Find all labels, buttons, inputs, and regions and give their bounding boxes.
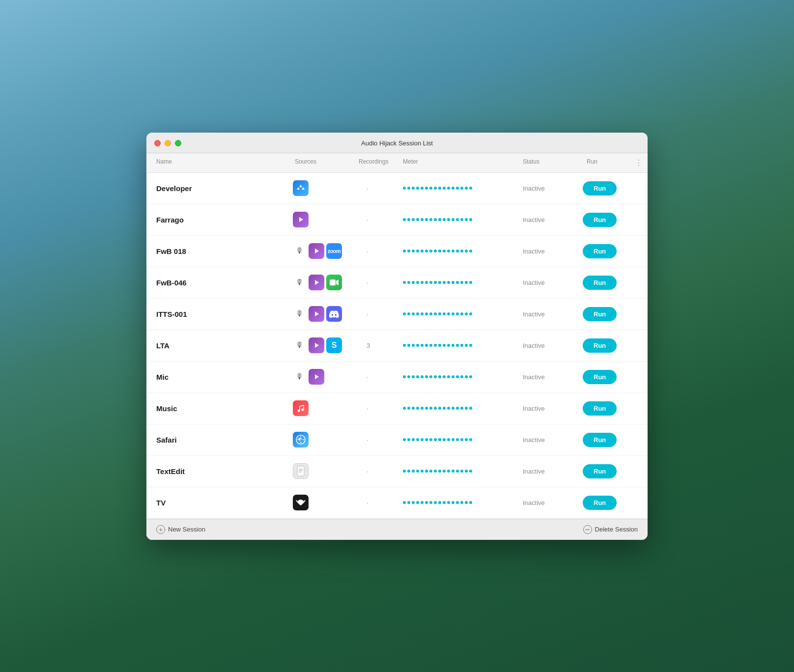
meter-dot bbox=[465, 501, 468, 504]
svg-rect-17 bbox=[297, 466, 304, 476]
session-sources: 🎙 bbox=[289, 275, 353, 290]
plus-icon: + bbox=[156, 525, 165, 534]
meter-dot bbox=[443, 281, 446, 284]
meter-dot bbox=[465, 344, 468, 347]
meter-dot bbox=[416, 187, 419, 190]
meter-dot bbox=[443, 312, 446, 315]
meter-dot bbox=[434, 281, 437, 284]
run-button[interactable]: Run bbox=[583, 370, 617, 384]
mic-icon: 🎙 bbox=[293, 244, 307, 258]
meter-dot bbox=[421, 187, 424, 190]
meter-dot bbox=[460, 187, 463, 190]
run-button[interactable]: Run bbox=[583, 496, 617, 510]
meter-dot bbox=[434, 187, 437, 190]
meter-dot bbox=[443, 407, 446, 410]
session-name: TextEdit bbox=[146, 467, 289, 476]
meter-dot bbox=[425, 470, 428, 473]
maximize-button[interactable] bbox=[175, 140, 181, 146]
meter-dots bbox=[397, 187, 517, 190]
run-button[interactable]: Run bbox=[583, 181, 617, 196]
meter-dot bbox=[425, 281, 428, 284]
meter-dot bbox=[465, 375, 468, 378]
run-button[interactable]: Run bbox=[583, 244, 617, 258]
recordings-count: · bbox=[353, 279, 397, 286]
meter-dot bbox=[412, 438, 415, 441]
meter-dot bbox=[469, 438, 472, 441]
meter-dot bbox=[447, 312, 450, 315]
run-cell: Run bbox=[581, 433, 630, 447]
meter-dot bbox=[465, 470, 468, 473]
meter-dot bbox=[412, 281, 415, 284]
meter-dot bbox=[412, 407, 415, 410]
meter-dot bbox=[456, 438, 459, 441]
session-name: Developer bbox=[146, 184, 289, 193]
meter-dot bbox=[452, 407, 454, 410]
meter-dot bbox=[469, 281, 472, 284]
meter-dot bbox=[469, 407, 472, 410]
meter-dot bbox=[407, 218, 410, 221]
discord-icon bbox=[326, 306, 342, 322]
status-badge: Inactive bbox=[517, 216, 581, 224]
table-row: FwB-046 🎙 · Inactive Run bbox=[146, 267, 648, 299]
svg-marker-0 bbox=[299, 217, 303, 222]
run-button[interactable]: Run bbox=[583, 338, 617, 353]
col-sources: Sources bbox=[289, 156, 353, 169]
minimize-button[interactable] bbox=[165, 140, 171, 146]
meter-dot bbox=[452, 250, 454, 252]
run-cell: Run bbox=[581, 401, 630, 416]
delete-session-button[interactable]: − Delete Session bbox=[583, 525, 638, 534]
session-name: LTA bbox=[146, 341, 289, 350]
textedit-icon bbox=[293, 463, 309, 479]
meter-dot bbox=[429, 375, 432, 378]
col-options: ⋮ bbox=[630, 156, 648, 169]
session-table: Developer · Inactive Run Farrago · Inact… bbox=[146, 173, 648, 519]
meter-dot bbox=[434, 344, 437, 347]
facetime-icon bbox=[326, 275, 342, 290]
footer: + New Session − Delete Session bbox=[146, 519, 648, 540]
recordings-count: · bbox=[353, 248, 397, 255]
meter-dot bbox=[447, 218, 450, 221]
svg-marker-4 bbox=[336, 280, 339, 285]
recordings-count: · bbox=[353, 310, 397, 318]
meter-dot bbox=[429, 250, 432, 252]
meter-dots bbox=[397, 281, 517, 284]
meter-dot bbox=[438, 407, 441, 410]
meter-dot bbox=[469, 187, 472, 190]
skype-icon: S bbox=[326, 337, 342, 353]
meter-dots bbox=[397, 344, 517, 347]
recordings-count: · bbox=[353, 436, 397, 444]
svg-point-16 bbox=[300, 439, 301, 440]
session-sources: 🎙 bbox=[289, 369, 353, 385]
meter-dot bbox=[434, 407, 437, 410]
meter-dot bbox=[456, 470, 459, 473]
run-button[interactable]: Run bbox=[583, 401, 617, 416]
close-button[interactable] bbox=[154, 140, 161, 146]
main-window: Audio Hijack Session List Name Sources R… bbox=[146, 133, 648, 540]
meter-dot bbox=[465, 407, 468, 410]
recordings-count: 3 bbox=[353, 342, 397, 349]
meter-dot bbox=[403, 250, 406, 252]
new-session-button[interactable]: + New Session bbox=[156, 525, 205, 534]
svg-marker-6 bbox=[315, 343, 319, 348]
meter-dot bbox=[429, 218, 432, 221]
meter-dot bbox=[407, 501, 410, 504]
svg-point-9 bbox=[302, 409, 304, 411]
meter-dot bbox=[460, 218, 463, 221]
meter-dot bbox=[429, 187, 432, 190]
run-button[interactable]: Run bbox=[583, 464, 617, 478]
meter-dot bbox=[421, 250, 424, 252]
run-button[interactable]: Run bbox=[583, 307, 617, 321]
meter-dot bbox=[434, 470, 437, 473]
titlebar: Audio Hijack Session List bbox=[146, 133, 648, 153]
run-button[interactable]: Run bbox=[583, 433, 617, 447]
session-name: Music bbox=[146, 404, 289, 413]
meter-dots bbox=[397, 470, 517, 473]
meter-dot bbox=[407, 344, 410, 347]
run-button[interactable]: Run bbox=[583, 213, 617, 227]
meter-dot bbox=[425, 312, 428, 315]
session-sources bbox=[289, 212, 353, 227]
meter-dot bbox=[452, 375, 454, 378]
run-button[interactable]: Run bbox=[583, 276, 617, 290]
meter-dot bbox=[438, 187, 441, 190]
meter-dot bbox=[460, 470, 463, 473]
